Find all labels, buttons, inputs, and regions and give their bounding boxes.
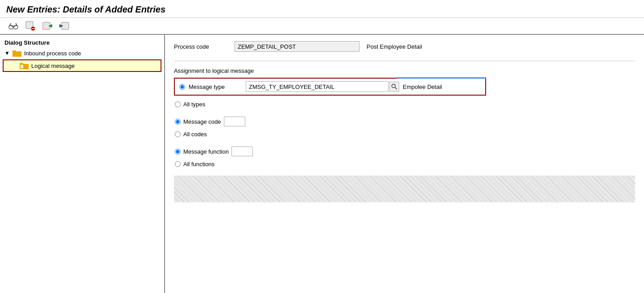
title-bar: New Entries: Details of Added Entries (0, 0, 644, 18)
all-types-radio[interactable] (175, 101, 181, 107)
toolbar (0, 18, 644, 35)
process-code-label: Process code (174, 43, 227, 50)
svg-rect-18 (21, 65, 23, 68)
message-code-radio[interactable] (175, 119, 181, 125)
all-types-section: All types (174, 100, 635, 109)
message-code-label: Message code (183, 118, 221, 125)
all-types-option: All types (175, 100, 635, 109)
message-function-section: Message function All functions (174, 146, 635, 168)
sidebar-item-inbound[interactable]: ▼ Inbound process code (0, 48, 164, 59)
sidebar-title: Dialog Structure (0, 37, 164, 48)
svg-line-20 (395, 88, 397, 90)
svg-point-19 (392, 84, 396, 88)
all-functions-radio[interactable] (175, 161, 181, 167)
back-button[interactable] (40, 20, 54, 32)
all-types-label: All types (183, 101, 205, 108)
sidebar-item-logical[interactable]: Logical message (3, 59, 161, 72)
svg-line-4 (10, 23, 11, 25)
glasses-button[interactable] (6, 20, 21, 32)
process-code-row: Process code Post Employee Detail (174, 41, 635, 52)
message-type-input-wrap (246, 81, 399, 92)
page-title: New Entries: Details of Added Entries (6, 4, 638, 15)
message-function-row: Message function (175, 146, 253, 156)
message-type-label: Message type (189, 84, 242, 90)
message-code-option: Message code (175, 116, 635, 127)
message-function-input[interactable] (231, 146, 253, 156)
message-type-desc: Empolee Detail (403, 84, 442, 90)
all-functions-label: All functions (183, 161, 215, 167)
message-type-input[interactable] (246, 81, 388, 92)
message-code-input[interactable] (224, 117, 245, 126)
svg-rect-17 (20, 63, 23, 65)
message-type-box: Message type Empolee Detail (174, 78, 486, 96)
message-function-option: Message function (175, 146, 635, 157)
folder-icon-logical (20, 62, 29, 69)
all-codes-radio[interactable] (175, 131, 181, 137)
folder-icon-inbound (12, 50, 21, 57)
process-code-desc: Post Employee Detail (367, 43, 422, 50)
blue-indicator (397, 77, 486, 79)
all-functions-option: All functions (175, 160, 635, 168)
message-code-row: Message code (175, 117, 245, 126)
forward-button[interactable] (57, 20, 71, 32)
process-code-input[interactable] (235, 41, 359, 52)
message-type-radio[interactable] (179, 84, 185, 90)
no-entry-button[interactable] (23, 20, 37, 32)
all-codes-option: All codes (175, 130, 635, 138)
hatch-footer (174, 176, 635, 202)
all-codes-label: All codes (183, 131, 207, 138)
message-function-radio[interactable] (175, 149, 181, 155)
main-layout: Dialog Structure ▼ Inbound process code … (0, 35, 644, 293)
search-button[interactable] (389, 82, 399, 92)
expand-arrow: ▼ (4, 50, 10, 56)
svg-line-5 (16, 23, 17, 25)
app-container: New Entries: Details of Added Entries (0, 0, 644, 293)
logical-label: Logical message (31, 63, 75, 69)
content-area: Process code Post Employee Detail Assign… (165, 35, 644, 293)
message-function-label: Message function (183, 148, 229, 155)
message-code-section: Message code All codes (174, 116, 635, 138)
sidebar: Dialog Structure ▼ Inbound process code … (0, 35, 165, 293)
inbound-label: Inbound process code (24, 50, 81, 57)
assignment-label: Assignment to logical message (174, 67, 635, 74)
svg-rect-15 (12, 50, 16, 52)
section-divider (174, 61, 635, 61)
